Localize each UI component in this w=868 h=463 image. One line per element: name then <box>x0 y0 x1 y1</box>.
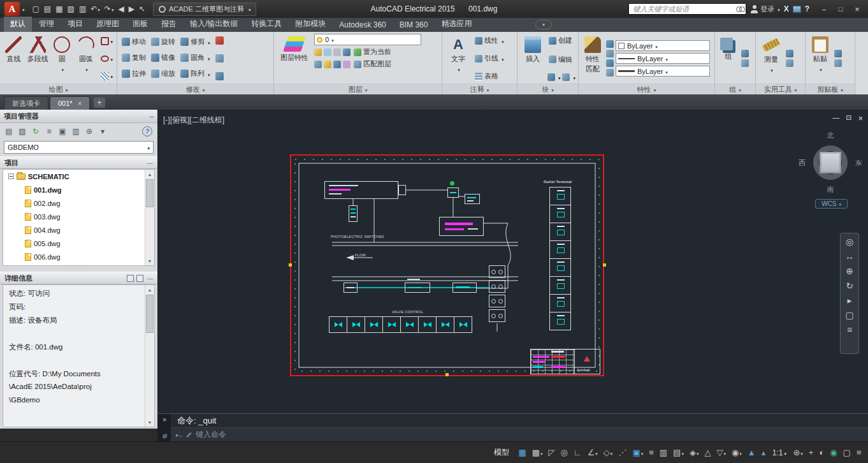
linetype-icon[interactable] <box>606 50 614 57</box>
sync-attributes-icon[interactable] <box>562 73 570 81</box>
hatch-button[interactable] <box>99 70 115 82</box>
details-section-header[interactable]: 详细信息 <box>0 272 157 284</box>
ungroup-icon[interactable] <box>741 50 749 57</box>
tree-file-item[interactable]: 005.dwg <box>3 237 145 250</box>
stretch-button[interactable]: 拉伸 <box>120 68 148 79</box>
project-settings-icon[interactable]: ⊛ <box>83 126 95 137</box>
panel-label-modify[interactable]: 修改 <box>117 84 273 94</box>
customization-menu-icon[interactable]: ≡ <box>853 445 864 461</box>
group-button[interactable]: 组 <box>718 34 739 83</box>
leader-button[interactable]: 引线 <box>474 53 505 64</box>
ribbon-tab[interactable]: 报告 <box>155 17 183 32</box>
refresh-project-icon[interactable]: ↻ <box>30 126 41 137</box>
transparency-tool-icon[interactable] <box>606 69 614 77</box>
move-button[interactable]: 移动 <box>120 36 148 47</box>
selection-cycling-icon[interactable]: ▤ <box>670 445 687 461</box>
details-scrollbar[interactable] <box>145 285 154 427</box>
scrollbar-thumb[interactable] <box>146 295 154 333</box>
lineweight-icon[interactable]: ≡ <box>646 445 657 461</box>
clean-screen-icon[interactable]: ▢ <box>840 445 853 461</box>
rotate-button[interactable]: 旋转 <box>149 36 177 47</box>
layer-merge-icon[interactable] <box>343 61 351 68</box>
ribbon-tab[interactable]: 输入/输出数据 <box>184 17 244 32</box>
edit-block-button[interactable]: 编辑 <box>547 54 575 65</box>
viewcube-face[interactable] <box>820 152 841 173</box>
ribbon-tab[interactable]: BIM 360 <box>393 18 435 32</box>
forward-icon[interactable]: ▶ <box>127 3 136 15</box>
tree-file-item[interactable]: 002.dwg <box>3 196 145 210</box>
back-icon[interactable]: ◀ <box>116 3 126 15</box>
tree-file-item[interactable]: 003.dwg <box>3 210 145 223</box>
project-select[interactable]: GBDEMO <box>4 141 154 154</box>
open-icon[interactable]: ▤ <box>42 3 53 15</box>
toolbar-more-icon[interactable]: ▾ <box>97 126 108 137</box>
close-button[interactable] <box>849 3 865 15</box>
ellipse-button[interactable] <box>99 53 115 64</box>
arc-button[interactable]: 圆弧 <box>75 34 98 83</box>
new-tab-button[interactable]: 新选项卡 <box>4 96 48 110</box>
scroll-down-icon[interactable] <box>145 418 154 427</box>
ribbon-collapse-button[interactable] <box>535 20 552 29</box>
layer-unlock-icon[interactable] <box>333 61 341 68</box>
layer-freeze-icon[interactable] <box>324 48 331 56</box>
customize-wrench-icon[interactable] <box>162 432 167 439</box>
ribbon-tab[interactable]: 默认 <box>4 17 32 32</box>
workspace-gear-icon[interactable]: ⊛ <box>790 445 806 461</box>
selection-filter-icon[interactable]: ▽ <box>714 445 729 461</box>
ribbon-tab[interactable]: 转换工具 <box>245 17 288 32</box>
tree-scrollbar[interactable] <box>145 170 154 265</box>
3d-osnap-icon[interactable]: ◈ <box>686 445 702 461</box>
tree-file-item[interactable]: 006.dwg <box>3 250 145 263</box>
match-properties-button[interactable]: 特性 匹配 <box>581 34 604 83</box>
panel-label-annotation[interactable]: 注释 <box>442 84 517 94</box>
panel-label-clipboard[interactable]: 剪贴板 <box>806 84 855 94</box>
layer-select[interactable]: 0 <box>314 34 421 45</box>
fillet-button[interactable]: 圆角 <box>178 52 212 63</box>
scale-button[interactable]: 缩放 <box>149 68 177 79</box>
panel-label-properties[interactable]: 特性 <box>579 84 714 94</box>
tree-folder-schematic[interactable]: SCHEMATIC <box>3 170 145 183</box>
drawing-list-icon[interactable]: ▣ <box>57 126 68 137</box>
help-icon[interactable] <box>142 126 152 136</box>
command-input[interactable]: 键入命令 <box>171 427 868 441</box>
close-tab-icon[interactable] <box>78 99 82 107</box>
details-pin-icon[interactable] <box>136 275 143 282</box>
quick-select-icon[interactable] <box>786 50 793 57</box>
layer-isolate-icon[interactable] <box>343 48 351 56</box>
panel-minimize-icon[interactable] <box>150 112 154 120</box>
match-layer-button[interactable]: 匹配图层 <box>352 59 393 70</box>
scroll-up-icon[interactable] <box>145 285 154 294</box>
osnap-tracking-icon[interactable]: ⋰ <box>616 445 630 461</box>
annotation-scale-button[interactable]: 1:1 <box>769 446 790 460</box>
collapse-node-icon[interactable] <box>8 173 14 179</box>
cut-icon[interactable] <box>834 50 842 57</box>
rectangle-button[interactable] <box>99 35 115 47</box>
scrollbar-thumb[interactable] <box>146 179 154 207</box>
circle-button[interactable]: 圆 <box>51 34 73 83</box>
sign-in-button[interactable]: 登录 <box>750 4 780 14</box>
panel-label-utilities[interactable]: 实用工具 <box>756 84 805 94</box>
autoscale-icon[interactable]: ▴ <box>758 445 769 461</box>
viewport-restore-button[interactable] <box>846 114 851 123</box>
offset-button[interactable] <box>214 71 225 82</box>
zoom-extents-icon[interactable]: ▢ <box>845 311 853 320</box>
ribbon-tab[interactable]: 面板 <box>126 17 154 32</box>
pan-icon[interactable]: ↔ <box>845 252 854 261</box>
annotation-visibility-icon[interactable]: ▲ <box>744 445 758 461</box>
application-menu-button[interactable]: A <box>3 1 29 17</box>
lineweight-select[interactable]: ByLayer <box>616 66 710 77</box>
task-list-icon[interactable]: ≡ <box>43 126 55 137</box>
trim-button[interactable]: 修剪 <box>178 36 212 47</box>
workspace-switcher[interactable]: ACADE 二维草图与注释 <box>153 3 256 16</box>
ribbon-tab[interactable]: 附加模块 <box>289 17 332 32</box>
isodraft-icon[interactable]: ◇ <box>600 445 616 461</box>
explode-button[interactable] <box>214 53 225 64</box>
file-tab-001[interactable]: 001* <box>50 96 90 110</box>
open-project-icon[interactable]: ▤ <box>3 126 15 137</box>
text-button[interactable]: 文字 <box>445 34 472 83</box>
help-search-input[interactable] <box>628 3 746 15</box>
viewcube[interactable]: 北 南 西 东 <box>800 132 861 193</box>
gizmo-icon[interactable]: ◉ <box>728 445 744 461</box>
insert-block-button[interactable]: 插入 <box>520 34 546 83</box>
communication-center-icon[interactable] <box>793 6 801 13</box>
